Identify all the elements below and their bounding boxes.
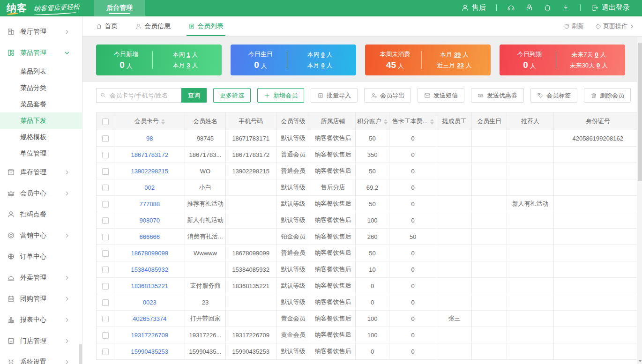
table-cell xyxy=(507,147,554,163)
row-checkbox[interactable] xyxy=(102,135,109,142)
member-card-no-link[interactable]: 777888 xyxy=(114,196,185,212)
toolbar-button-0[interactable]: 更多筛选 xyxy=(213,88,251,103)
stat-detail-value-link[interactable]: 23 xyxy=(457,62,463,69)
bell-icon[interactable] xyxy=(544,4,552,12)
sidebar-item-7[interactable]: 外卖管理 xyxy=(0,267,82,288)
sidebar-scrollbar-thumb[interactable] xyxy=(79,344,82,364)
member-card-no-link[interactable]: 15384085932 xyxy=(114,261,185,278)
member-card-no-link[interactable]: 18671783172 xyxy=(114,147,185,163)
sort-icon[interactable] xyxy=(161,119,165,125)
stat-detail-value-link[interactable]: 0 xyxy=(595,51,598,58)
page-ops-button[interactable]: 页面操作 xyxy=(595,22,635,30)
sidebar-subitem-1-3[interactable]: 菜品下发 xyxy=(0,112,82,129)
sidebar-item-9[interactable]: 报表中心 xyxy=(0,309,82,330)
toolbar-button-2[interactable]: 批量导入 xyxy=(311,88,358,103)
toolbar-button-7[interactable]: 删除会员 xyxy=(584,88,631,103)
member-card-no-link[interactable]: 15990435253 xyxy=(114,343,185,360)
support-headset-icon[interactable] xyxy=(507,4,515,12)
member-card-no-link[interactable]: 18678099099 xyxy=(114,245,185,261)
toolbar-button-1[interactable]: 新增会员 xyxy=(257,88,304,103)
sidebar-item-1[interactable]: 菜品管理 xyxy=(0,42,82,63)
search-input[interactable] xyxy=(96,88,181,103)
column-header-7[interactable]: 提成员工 xyxy=(437,113,472,130)
column-header-2[interactable]: 手机号码 xyxy=(225,113,276,130)
stat-detail-value-link[interactable]: 0 xyxy=(321,62,324,69)
column-header-0[interactable]: 会员卡号 xyxy=(114,113,185,130)
sidebar-item-8[interactable]: 团购管理 xyxy=(0,288,82,309)
row-select-cell xyxy=(97,212,114,229)
sidebar-item-10[interactable]: 门店管理 xyxy=(0,330,82,351)
sidebar-item-3[interactable]: 会员中心 xyxy=(0,183,82,204)
sidebar-subitem-1-2[interactable]: 菜品套餐 xyxy=(0,96,82,112)
column-header-8[interactable]: 会员生日 xyxy=(472,113,507,130)
member-card-no-link[interactable]: 0023 xyxy=(114,294,185,311)
tab-2[interactable]: 会员列表 xyxy=(188,16,224,36)
toolbar-button-3[interactable]: 会员导出 xyxy=(364,88,411,103)
tab-1[interactable]: 会员信息 xyxy=(135,16,171,36)
member-card-no-link[interactable]: 002 xyxy=(114,179,185,196)
toolbar-button-4[interactable]: 发送短信 xyxy=(418,88,464,103)
sidebar-subitem-1-5[interactable]: 单位管理 xyxy=(0,145,82,162)
member-card-no-link[interactable]: 4026573374 xyxy=(114,311,185,327)
column-header-5[interactable]: 积分账户 xyxy=(356,113,389,130)
row-checkbox[interactable] xyxy=(102,283,109,290)
sidebar-item-4[interactable]: 扫码点餐 xyxy=(0,204,82,225)
row-checkbox[interactable] xyxy=(102,332,109,339)
toolbar-button-6[interactable]: 会员标签 xyxy=(530,88,577,103)
column-header-1[interactable]: 会员姓名 xyxy=(185,113,226,130)
column-header-3[interactable]: 会员等级 xyxy=(276,113,310,130)
sidebar-item-0[interactable]: 餐厅管理 xyxy=(0,21,82,42)
stat-detail-value-link[interactable]: 0 xyxy=(597,62,600,69)
member-card-no-link[interactable]: 19317226709 xyxy=(114,327,185,343)
sidebar-subitem-1-4[interactable]: 规格模板 xyxy=(0,129,82,145)
sidebar-item-5[interactable]: 营销中心 xyxy=(0,225,82,246)
sidebar-item-6[interactable]: 订单中心 xyxy=(0,246,82,267)
column-header-10[interactable]: 身份证号 xyxy=(554,113,642,130)
row-checkbox[interactable] xyxy=(102,201,109,208)
row-checkbox[interactable] xyxy=(102,349,109,355)
table-cell: 普通会员 xyxy=(276,163,310,179)
stat-detail-value-link[interactable]: 39 xyxy=(454,51,461,58)
row-checkbox[interactable] xyxy=(102,152,109,158)
query-button[interactable]: 查询 xyxy=(181,88,207,103)
main-scrollbar-thumb[interactable] xyxy=(638,43,642,181)
row-checkbox[interactable] xyxy=(102,185,109,191)
select-all-checkbox[interactable] xyxy=(102,119,109,125)
lock-icon[interactable] xyxy=(525,4,533,12)
row-checkbox[interactable] xyxy=(102,234,109,240)
member-card-no-link[interactable]: 908070 xyxy=(114,212,185,229)
sidebar-subitem-1-1[interactable]: 菜品分类 xyxy=(0,80,82,96)
row-checkbox[interactable] xyxy=(102,250,109,257)
member-card-no-link[interactable]: 98 xyxy=(114,130,185,147)
scrollbar-down-arrow-icon[interactable] xyxy=(638,360,642,362)
toolbar-button-5[interactable]: 发送优惠券 xyxy=(471,88,524,103)
member-card-no-link[interactable]: 13902298215 xyxy=(114,163,185,179)
stat-detail-value-link[interactable]: 1 xyxy=(187,51,190,58)
row-checkbox[interactable] xyxy=(102,316,109,322)
row-checkbox[interactable] xyxy=(102,217,109,224)
download-icon[interactable] xyxy=(562,4,570,12)
sidebar-item-11[interactable]: 系统设置 xyxy=(0,351,82,364)
sidebar-item-2[interactable]: 库存管理 xyxy=(0,162,82,183)
header-nav-tab[interactable]: 后台管理 xyxy=(94,0,145,16)
table-row: 1599043525315990435...15990435253默认等级纳客餐… xyxy=(97,343,642,360)
column-header-4[interactable]: 所属店铺 xyxy=(310,113,356,130)
main-scrollbar[interactable] xyxy=(637,37,642,364)
column-header-9[interactable]: 推荐人 xyxy=(507,113,554,130)
sidebar-subitem-1-0[interactable]: 菜品列表 xyxy=(0,63,82,80)
sort-icon[interactable] xyxy=(384,119,388,125)
tab-0[interactable]: 首页 xyxy=(96,16,118,36)
row-checkbox[interactable] xyxy=(102,267,109,273)
refresh-button[interactable]: 刷新 xyxy=(564,22,584,30)
stat-detail-value-link[interactable]: 0 xyxy=(321,51,324,58)
row-checkbox[interactable] xyxy=(102,168,109,175)
user-menu[interactable]: 售后 xyxy=(461,3,486,12)
sort-icon[interactable] xyxy=(430,119,434,125)
stat-detail-value-link[interactable]: 3 xyxy=(187,62,190,69)
row-checkbox[interactable] xyxy=(102,299,109,306)
member-card-no-link[interactable]: 666666 xyxy=(114,229,185,245)
column-header-6[interactable]: 售卡工本费... xyxy=(389,113,437,130)
logout-button[interactable]: 退出登录 xyxy=(591,3,630,12)
member-card-no-link[interactable]: 18368135221 xyxy=(114,278,185,294)
table-cell: 默认等级 xyxy=(276,196,310,212)
